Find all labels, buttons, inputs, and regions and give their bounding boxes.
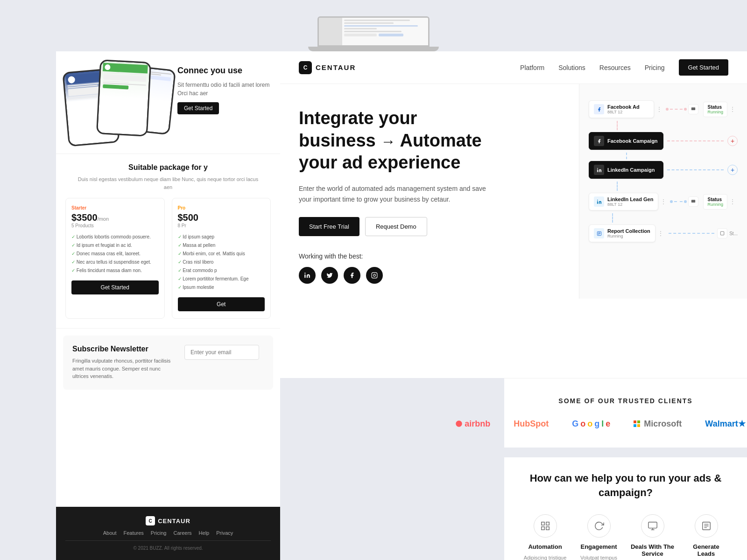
feature-item: Id ipsum et feugiat in ac id. [71,241,159,250]
linkedin-lead-label: LinkedIn Lead Gen [607,196,653,202]
feature-item: Cras nisl libero [178,258,265,266]
client-walmart: Walmart★ [705,419,745,429]
svg-rect-3 [691,107,695,110]
facebook-social-icon[interactable] [344,267,360,284]
footer-link-pricing[interactable]: Pricing [151,530,167,536]
automation-icon [534,514,557,538]
svg-point-6 [597,168,598,168]
nav-pricing[interactable]: Pricing [645,64,665,71]
nav-solutions[interactable]: Solutions [558,64,585,71]
card-features-starter: Lobortis lobortis commodo posuere. Id ip… [71,233,159,275]
leads-icon [695,514,718,538]
footer-link-about[interactable]: About [103,530,117,536]
help-cards: Automation Adipiscing tristique massa id… [523,514,728,560]
feature-item: Lobortis lobortis commodo posuere. [71,233,159,241]
help-card-automation: Automation Adipiscing tristique massa id… [523,514,567,560]
client-microsoft: Microsoft [634,419,682,429]
main-container: Connec you use Sit fermenttu odio id fac… [56,51,747,560]
card-price-pro: $500 [178,212,265,223]
flow-diagram: Facebook Ad 88LT 12 ⋮ Status [589,93,738,252]
facebook-campaign-label: Facebook Campaign [607,138,658,144]
laptop-mockup [308,16,439,51]
linkedin-campaign-node: LinkedIn Campaign [589,161,663,179]
left-panel: Connec you use Sit fermenttu odio id fac… [56,51,280,560]
connector-dot-2 [684,108,687,111]
connect-desc: Sit fermenttu odio id facili amet lorem … [177,81,271,98]
hero-workflow-container: Integrate your business → Automate your … [280,84,747,299]
footer-link-features[interactable]: Features [123,530,143,536]
clients-section: SOME OF OUR TRUSTED CLIENTS airbnb HubSp… [504,378,747,448]
engagement-icon [587,514,611,538]
left-footer: C CENTAUR About Features Pricing Careers… [56,507,280,560]
connect-title: Connec you use [177,65,271,76]
status-dots-2[interactable]: ⋮ [730,198,735,205]
svg-point-0 [304,273,305,273]
pricing-cards: Starter $3500/mon 5 Products Lobortis lo… [65,198,271,319]
hero-title-line2: business → Automate [299,131,482,150]
pricing-title: Suitable package for y [65,163,271,172]
footer-link-careers[interactable]: Careers [173,530,191,536]
deals-icon [641,514,664,538]
client-airbnb: airbnb [455,419,490,429]
status-dots-1[interactable]: ⋮ [730,106,735,112]
instagram-social-icon[interactable] [366,267,383,284]
hero-buttons: Start Free Trial Request Demo [299,217,495,236]
nav-get-started-button[interactable]: Get Started [679,59,728,76]
starter-plan-button[interactable]: Get Started [71,280,159,294]
report-collection-icon [594,228,604,238]
footer-link-help[interactable]: Help [199,530,210,536]
add-btn-1[interactable]: + [727,136,738,146]
linkedin-lead-sublabel: 88LT 12 [607,202,653,207]
nav-resources[interactable]: Resources [599,64,631,71]
request-demo-button[interactable]: Request Demo [365,217,427,236]
hero-title-line1: Integrate your [299,108,417,128]
report-status-icon [717,228,727,238]
top-area [0,0,747,51]
newsletter-title: Subscribe Newsletter [72,345,175,353]
laptop-base [308,47,439,51]
report-collection-node: Report Collection Running [589,224,655,242]
hero-title: Integrate your business → Automate your … [299,107,495,174]
linkedin-campaign-row: LinkedIn Campaign + [589,161,738,179]
svg-rect-12 [720,231,724,235]
report-dots[interactable]: ⋮ [658,230,663,237]
leads-title: Generate Leads [684,543,728,557]
start-free-trial-button[interactable]: Start Free Trial [299,217,359,236]
feature-item: Erat commodo p [178,266,265,275]
right-panel: C CENTAUR Platform Solutions Resources P… [280,51,747,378]
hero-content: Integrate your business → Automate your … [280,84,514,299]
svg-rect-13 [541,522,544,525]
phones-mockup [65,61,177,145]
hero-title-line3: your ad experience [299,153,460,172]
nav-logo-icon: C [299,61,312,74]
campaign-dashed-1 [667,140,724,141]
facebook-ad-dots[interactable]: ⋮ [656,106,662,112]
pro-plan-button[interactable]: Get [178,297,265,311]
newsletter-email-input[interactable] [184,345,259,360]
hero-phones-section: Connec you use Sit fermenttu odio id fac… [56,51,280,154]
card-features-pro: Id ipsum sagep Massa at pellen Morbi eni… [178,233,265,292]
pricing-section: Suitable package for y Duis nisl egestas… [56,154,280,329]
feature-item: Donec massa cras elit, laoreet. [71,250,159,258]
linkedin-social-icon[interactable] [299,267,316,284]
nav-platform[interactable]: Platform [520,64,544,71]
pricing-card-pro: Pro $500 8 Pr Id ipsum sagep Massa at pe… [172,198,271,319]
newsletter-desc: Fringilla vulputate rhoncus, porttitor f… [72,357,175,380]
linkedin-lead-dots[interactable]: ⋮ [661,198,666,205]
add-btn-2[interactable]: + [727,165,738,175]
automation-desc: Adipiscing tristique massa id aenean. Sa… [523,554,567,560]
help-card-engagement: Engagement Volutpat tempus gravida egest… [577,514,621,560]
left-get-started-button[interactable]: Get Started [177,102,219,114]
help-card-leads: Generate Leads Convallis nibh neque mi a… [684,514,728,560]
footer-link-privacy[interactable]: Privacy [216,530,233,536]
facebook-ad-icon [594,104,604,114]
footer-links: About Features Pricing Careers Help Priv… [65,530,271,536]
svg-rect-14 [546,522,549,525]
card-badge-pro: Pro [178,205,265,210]
card-products-starter: 5 Products [71,223,159,228]
engagement-title: Engagement [577,543,621,550]
twitter-social-icon[interactable] [321,267,338,284]
social-icons-row [299,267,495,284]
feature-item: Felis tincidunt massa diam non. [71,266,159,275]
v-connector-3 [617,182,618,191]
